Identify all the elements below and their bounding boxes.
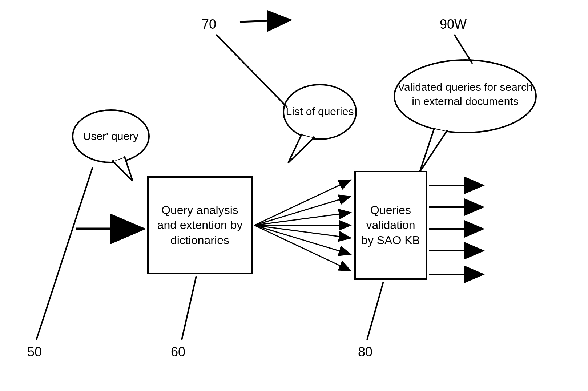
bubble-validated-queries-text: Validated queries for search in external… [392,80,538,108]
svg-line-12 [254,180,351,225]
label-50: 50 [27,344,42,360]
svg-line-8 [36,167,93,340]
svg-line-9 [182,276,196,340]
svg-line-18 [254,225,351,271]
svg-line-17 [254,225,351,254]
label-70: 70 [202,17,216,32]
bubble-validated-queries: Validated queries for search in external… [392,58,538,134]
bubble-user-query: User' query [71,109,151,165]
bubble-user-query-text: User' query [71,129,151,143]
label-80: 80 [358,344,372,360]
svg-line-14 [254,213,351,225]
svg-line-13 [254,196,351,225]
label-90w: 90W [440,17,467,32]
bubble-list-of-queries: List of queries [282,84,358,142]
box-queries-validation-text: Queries validation by SAO KB [361,203,420,248]
box-query-analysis-text: Query analysis and extention by dictiona… [154,203,246,248]
svg-line-6 [216,35,287,107]
box-queries-validation: Queries validation by SAO KB [354,171,427,280]
svg-line-16 [254,225,351,238]
svg-line-10 [367,282,383,340]
box-query-analysis: Query analysis and extention by dictiona… [147,176,253,274]
bubble-list-of-queries-text: List of queries [282,104,358,118]
label-60: 60 [171,344,185,360]
svg-line-5 [240,20,291,22]
